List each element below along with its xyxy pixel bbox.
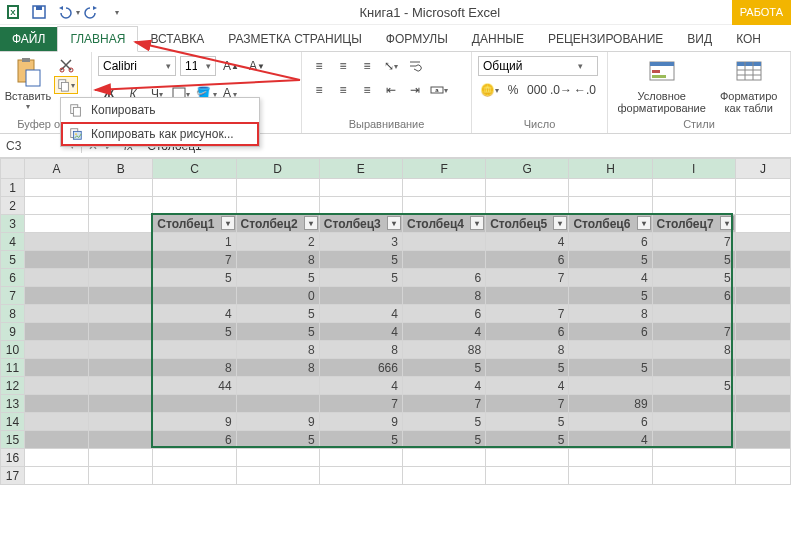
cell[interactable]: 0 [236, 287, 319, 305]
cell[interactable]: 6 [569, 413, 652, 431]
cell[interactable]: 5 [319, 251, 402, 269]
cell[interactable]: 5 [402, 413, 485, 431]
cell[interactable] [25, 269, 89, 287]
cell[interactable] [319, 197, 402, 215]
cell[interactable]: 5 [236, 323, 319, 341]
cell[interactable] [402, 197, 485, 215]
menu-copy-as-picture[interactable]: Копировать как рисунок... [61, 122, 259, 146]
cell[interactable] [319, 467, 402, 485]
cell[interactable]: 8 [486, 341, 569, 359]
cell[interactable]: 666 [319, 359, 402, 377]
cell[interactable] [89, 287, 153, 305]
cell[interactable]: 5 [402, 359, 485, 377]
cell[interactable]: 5 [486, 431, 569, 449]
cell[interactable]: 7 [402, 395, 485, 413]
cell[interactable]: 7 [486, 395, 569, 413]
decrease-decimal-icon[interactable]: ←.0 [574, 80, 596, 100]
filter-dropdown-icon[interactable]: ▾ [221, 216, 235, 230]
qat-customize-icon[interactable]: ▾ [106, 2, 128, 22]
decrease-indent-icon[interactable]: ⇤ [380, 80, 402, 100]
cell[interactable] [652, 359, 735, 377]
decrease-font-icon[interactable]: A▼ [246, 56, 268, 76]
accounting-format-icon[interactable]: 🪙▾ [478, 80, 500, 100]
cell[interactable] [402, 449, 485, 467]
cell[interactable] [569, 449, 652, 467]
cell[interactable]: 6 [569, 233, 652, 251]
cell[interactable]: 4 [486, 377, 569, 395]
cell[interactable] [153, 467, 236, 485]
number-format-input[interactable] [479, 59, 573, 73]
cell[interactable] [89, 377, 153, 395]
cell[interactable] [89, 215, 153, 233]
cell[interactable] [25, 413, 89, 431]
cell[interactable] [25, 359, 89, 377]
cell[interactable] [735, 287, 790, 305]
table-header-cell[interactable]: Столбец6▾ [569, 215, 652, 233]
column-header[interactable]: I [652, 159, 735, 179]
cell[interactable] [735, 395, 790, 413]
cell[interactable] [236, 377, 319, 395]
table-header-cell[interactable]: Столбец4▾ [402, 215, 485, 233]
cell[interactable]: 6 [652, 287, 735, 305]
cell[interactable] [319, 287, 402, 305]
cell[interactable]: 7 [319, 395, 402, 413]
cell[interactable] [652, 413, 735, 431]
cell[interactable]: 2 [236, 233, 319, 251]
cell[interactable] [89, 305, 153, 323]
row-header[interactable]: 9 [1, 323, 25, 341]
cell[interactable]: 4 [153, 305, 236, 323]
cell[interactable]: 8 [236, 251, 319, 269]
cell[interactable] [25, 431, 89, 449]
cell[interactable] [89, 233, 153, 251]
cell[interactable] [735, 251, 790, 269]
cell[interactable]: 8 [153, 359, 236, 377]
cell[interactable] [25, 305, 89, 323]
align-right-icon[interactable]: ≡ [356, 80, 378, 100]
column-header[interactable]: C [153, 159, 236, 179]
chevron-down-icon[interactable]: ▾ [161, 61, 175, 71]
paste-split-icon[interactable]: ▾ [26, 102, 30, 111]
cell[interactable] [402, 179, 485, 197]
cell[interactable] [153, 341, 236, 359]
column-header[interactable]: G [486, 159, 569, 179]
cell[interactable]: 6 [402, 305, 485, 323]
cell[interactable]: 89 [569, 395, 652, 413]
cell[interactable] [89, 467, 153, 485]
worksheet-grid[interactable]: ABCDEFGHIJ 123Столбец1▾Столбец2▾Столбец3… [0, 158, 791, 485]
cell[interactable]: 6 [569, 323, 652, 341]
cell[interactable] [735, 377, 790, 395]
align-bottom-icon[interactable]: ≡ [356, 56, 378, 76]
cell[interactable] [652, 395, 735, 413]
menu-copy[interactable]: Копировать [61, 98, 259, 122]
row-header[interactable]: 7 [1, 287, 25, 305]
column-header[interactable]: H [569, 159, 652, 179]
row-header[interactable]: 5 [1, 251, 25, 269]
font-size-input[interactable] [181, 59, 201, 73]
cell[interactable] [402, 233, 485, 251]
cell[interactable]: 8 [236, 359, 319, 377]
cell[interactable] [569, 179, 652, 197]
cell[interactable] [735, 197, 790, 215]
cell[interactable] [25, 467, 89, 485]
cell[interactable]: 9 [236, 413, 319, 431]
cell[interactable] [735, 215, 790, 233]
cell[interactable]: 4 [569, 431, 652, 449]
cell[interactable]: 6 [402, 269, 485, 287]
tab-data[interactable]: ДАННЫЕ [460, 27, 536, 51]
cell[interactable] [236, 197, 319, 215]
cell[interactable] [486, 197, 569, 215]
filter-dropdown-icon[interactable]: ▾ [553, 216, 567, 230]
cell[interactable]: 88 [402, 341, 485, 359]
cell[interactable] [569, 341, 652, 359]
cell[interactable] [25, 233, 89, 251]
cell[interactable]: 5 [236, 269, 319, 287]
row-header[interactable]: 6 [1, 269, 25, 287]
cell[interactable]: 44 [153, 377, 236, 395]
number-format-combo[interactable]: ▾ [478, 56, 598, 76]
percent-style-icon[interactable]: % [502, 80, 524, 100]
cell[interactable] [319, 449, 402, 467]
cell[interactable]: 4 [486, 233, 569, 251]
cell[interactable] [735, 413, 790, 431]
cell[interactable] [486, 449, 569, 467]
cell[interactable]: 4 [402, 377, 485, 395]
